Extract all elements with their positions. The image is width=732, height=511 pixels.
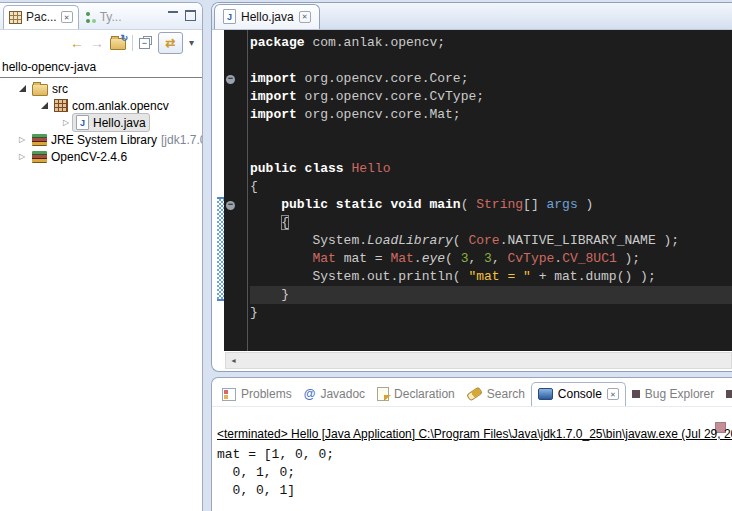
search-icon bbox=[466, 386, 483, 401]
code-editor[interactable]: package com.anlak.opencv;import org.open… bbox=[224, 30, 732, 351]
tab-pac[interactable]: Pac... bbox=[3, 5, 79, 29]
declaration-icon bbox=[377, 387, 389, 401]
view-window-buttons bbox=[168, 10, 202, 29]
gutter bbox=[224, 124, 250, 142]
fold-collapse-icon[interactable] bbox=[226, 201, 235, 210]
tree-item-label: OpenCV-2.4.6 bbox=[51, 150, 127, 164]
code-line[interactable]: { bbox=[224, 178, 732, 196]
console-panel: ProblemsJavadocDeclarationSearchConsoleB… bbox=[211, 377, 732, 511]
code-line[interactable]: System.out.println( "mat = " + mat.dump(… bbox=[224, 268, 732, 286]
collapse-arrow-icon[interactable] bbox=[38, 102, 50, 109]
tab-console[interactable]: Console bbox=[531, 382, 626, 406]
tree-item-hello-opencv-java[interactable]: hello-opencv-java bbox=[0, 58, 202, 78]
collapse-all-button[interactable] bbox=[139, 36, 152, 49]
forward-button[interactable]: → bbox=[90, 35, 104, 51]
tab-hello-java[interactable]: Hello.java bbox=[214, 4, 320, 29]
code-area: package com.anlak.opencv;import org.open… bbox=[224, 30, 732, 351]
up-button[interactable] bbox=[110, 38, 126, 50]
tab-bug-explorer[interactable]: Bug Explorer bbox=[626, 383, 720, 406]
editor-panel: Hello.java package com.anlak.opencv;impo… bbox=[211, 2, 732, 372]
code-line[interactable] bbox=[224, 142, 732, 160]
tab-label: Javadoc bbox=[320, 387, 365, 401]
toolbar-separator bbox=[132, 35, 133, 51]
link-with-editor-button[interactable] bbox=[158, 32, 183, 54]
code-line[interactable]: { bbox=[224, 214, 732, 232]
tab-javadoc[interactable]: Javadoc bbox=[298, 383, 371, 406]
gutter bbox=[224, 304, 250, 322]
console-icon bbox=[538, 388, 553, 400]
console-output: mat = [1, 0, 0; 0, 1, 0; 0, 0, 1] bbox=[217, 446, 732, 500]
code-line[interactable]: System.LoadLibrary( Core.NATIVE_LIBRARY_… bbox=[224, 232, 732, 250]
package-explorer-icon bbox=[9, 11, 22, 24]
library-icon bbox=[32, 151, 47, 163]
type-hierarchy-icon bbox=[84, 11, 96, 23]
tree-item-label: com.anlak.opencv bbox=[72, 99, 169, 113]
back-button[interactable]: ← bbox=[70, 35, 84, 51]
tab-problems[interactable]: Problems bbox=[216, 383, 298, 406]
code-line[interactable]: package com.anlak.opencv; bbox=[224, 34, 732, 52]
maximize-view-button[interactable] bbox=[185, 10, 196, 21]
gutter bbox=[224, 250, 250, 268]
tree-item-content: Hello.java bbox=[72, 113, 150, 132]
tab-label: Pac... bbox=[26, 10, 57, 24]
tree-item-opencv-2-4-6[interactable]: ▷OpenCV-2.4.6 bbox=[0, 148, 202, 165]
package-icon bbox=[54, 99, 68, 112]
console-output-line: mat = [1, 0, 0; bbox=[217, 446, 732, 464]
expand-arrow-icon[interactable]: ▷ bbox=[16, 152, 28, 161]
gutter bbox=[224, 178, 250, 196]
tree-item-label: JRE System Library bbox=[51, 133, 157, 147]
tree-item-label: Hello.java bbox=[93, 116, 146, 130]
code-line[interactable] bbox=[224, 124, 732, 142]
code-line[interactable]: import org.opencv.core.Core; bbox=[224, 70, 732, 88]
tab-search[interactable]: Search bbox=[461, 383, 531, 406]
code-line[interactable]: import org.opencv.core.Mat; bbox=[224, 106, 732, 124]
code-line[interactable]: } bbox=[224, 286, 732, 304]
project-tree: srccom.anlak.opencv▷Hello.java▷JRE Syste… bbox=[0, 80, 202, 165]
editor-tab-label: Hello.java bbox=[241, 10, 294, 24]
code-line[interactable]: public class Hello bbox=[224, 160, 732, 178]
code-line[interactable]: } bbox=[224, 304, 732, 322]
tree-item-hello-java[interactable]: ▷Hello.java bbox=[0, 114, 202, 131]
tab-bug[interactable]: Bug bbox=[720, 383, 732, 406]
gutter bbox=[224, 52, 250, 70]
tab-label: Declaration bbox=[394, 387, 455, 401]
explorer-tabbar: Pac...Ty... bbox=[0, 3, 202, 30]
gutter bbox=[224, 196, 250, 214]
tab-declaration[interactable]: Declaration bbox=[371, 383, 461, 406]
gutter bbox=[224, 70, 250, 88]
tree-item-src[interactable]: src bbox=[0, 80, 202, 97]
view-menu-button[interactable] bbox=[189, 37, 194, 48]
code-line[interactable]: import org.opencv.core.CvType; bbox=[224, 88, 732, 106]
package-explorer-panel: Pac...Ty... ←→ hello-opencv-java srccom.… bbox=[0, 2, 203, 511]
code-line[interactable]: public static void main( String[] args ) bbox=[224, 196, 732, 214]
gutter bbox=[224, 160, 250, 178]
tree-item-com-anlak-opencv[interactable]: com.anlak.opencv bbox=[0, 97, 202, 114]
expand-arrow-icon[interactable]: ▷ bbox=[16, 135, 28, 144]
collapse-arrow-icon[interactable] bbox=[16, 85, 28, 92]
close-icon[interactable] bbox=[607, 388, 619, 400]
minimize-view-button[interactable] bbox=[168, 11, 178, 20]
fold-collapse-icon[interactable] bbox=[226, 75, 235, 84]
console-output-line: 0, 1, 0; bbox=[217, 464, 732, 482]
gutter bbox=[224, 88, 250, 106]
java-file-icon bbox=[76, 115, 89, 130]
tab-label: Search bbox=[487, 387, 525, 401]
tree-item-content: OpenCV-2.4.6 bbox=[28, 148, 131, 166]
close-icon[interactable] bbox=[61, 11, 73, 23]
tab-label: Bug Explorer bbox=[645, 387, 714, 401]
editor-hscrollbar[interactable] bbox=[225, 352, 732, 369]
console-view: <terminated> Hello [Java Application] C:… bbox=[217, 427, 732, 511]
close-icon[interactable] bbox=[299, 11, 311, 23]
console-output-line: 0, 0, 1] bbox=[217, 482, 732, 500]
tab-ty[interactable]: Ty... bbox=[79, 6, 127, 29]
tree-item-jre-system-library[interactable]: ▷JRE System Library[jdk1.7.0 bbox=[0, 131, 202, 148]
gutter bbox=[224, 214, 250, 232]
expand-arrow-icon[interactable]: ▷ bbox=[60, 118, 72, 127]
code-line[interactable]: Mat mat = Mat.eye( 3, 3, CvType.CV_8UC1 … bbox=[224, 250, 732, 268]
gutter bbox=[224, 106, 250, 124]
code-line[interactable] bbox=[224, 52, 732, 70]
gutter bbox=[224, 286, 250, 304]
console-title: <terminated> Hello [Java Application] C:… bbox=[217, 427, 732, 441]
gutter bbox=[224, 34, 250, 52]
javadoc-icon bbox=[304, 388, 316, 400]
